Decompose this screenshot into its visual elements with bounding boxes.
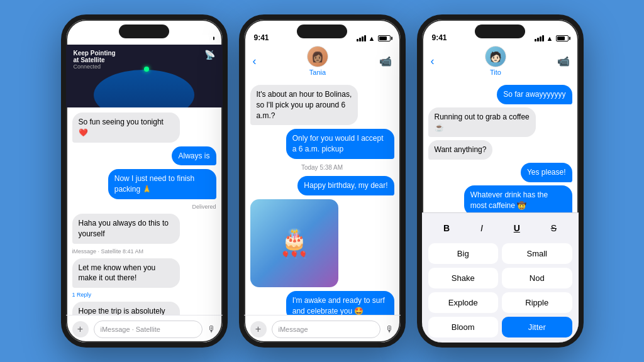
dynamic-island-2 (297, 25, 347, 38)
contact-name-2: Tania (309, 69, 326, 76)
input-placeholder-2: iMessage (279, 326, 308, 333)
input-placeholder-1: iMessage · Satellite (101, 326, 160, 333)
contact-info-3[interactable]: 🧑🏻 Tito (485, 46, 506, 76)
signal-icon-3 (535, 35, 544, 41)
wifi-icon-1: ▲ (191, 35, 197, 42)
message-input-1[interactable]: iMessage · Satellite (94, 321, 203, 338)
phone-birthday: 9:41 ▲ ‹ 👩🏽 Tania 📹 It's about an hour t… (239, 14, 406, 348)
msg-sent-tania-3: I'm awake and ready to surf and celebrat… (286, 291, 394, 315)
nav-bar-2: ‹ 👩🏽 Tania 📹 (244, 45, 401, 80)
satellite-dot (144, 67, 149, 72)
msg-sent-tito-3: Whatever drink has the most caffeine 🤠 (464, 185, 572, 212)
messages-1: So fun seeing you tonight ❤️ Always is N… (66, 107, 223, 315)
phone-effects: 9:41 ▲ ‹ 🧑🏻 Tito 📹 So far awayyyyyyy Run… (417, 14, 584, 348)
effect-nod[interactable]: Nod (502, 268, 572, 288)
msg-recv-tania-1: It's about an hour to Bolinas, so I'll p… (250, 85, 358, 125)
msg-received-1: So fun seeing you tonight ❤️ (72, 112, 180, 143)
earth-visual (94, 70, 194, 107)
msg-date-1: Today 5:38 AM (250, 164, 394, 171)
video-call-button-2[interactable]: 📹 (379, 55, 392, 67)
msg-sent-tania-1: Only for you would I accept a 6 a.m. pic… (286, 129, 394, 159)
video-call-button-3[interactable]: 📹 (557, 55, 570, 67)
effect-jitter[interactable]: Jitter (502, 317, 572, 337)
status-time-3: 9:41 (432, 33, 447, 42)
birthday-image: 🎂 🎈🎈🎈 (250, 199, 338, 287)
msg-received-3: Let me know when you make it out there! (72, 258, 180, 288)
reply-label[interactable]: 1 Reply (72, 292, 216, 298)
msg-sent-tito-1: So far awayyyyyyy (497, 85, 572, 104)
msg-received-4: Hope the trip is absolutely wonderful 🏔 (72, 302, 180, 315)
dynamic-island-3 (475, 25, 525, 38)
input-bar-2: + iMessage 🎙 (244, 315, 401, 343)
msg-sent-1: Always is (172, 146, 216, 166)
status-icons-2: ▲ (357, 35, 391, 42)
battery-icon-2 (378, 35, 391, 41)
status-time-2: 9:41 (254, 33, 269, 42)
status-icons-3: ▲ (535, 35, 569, 42)
messages-3: So far awayyyyyyy Running out to grab a … (422, 80, 579, 212)
effect-bloom[interactable]: Bloom (428, 317, 499, 337)
format-bar: B I U S (428, 218, 572, 238)
satellite-subtitle: at Satellite (74, 57, 116, 63)
msg-sent-2: Now I just need to finish packing 🙏 (108, 169, 216, 199)
effect-big[interactable]: Big (428, 243, 499, 264)
bold-button[interactable]: B (437, 221, 456, 236)
avatar-tito: 🧑🏻 (485, 46, 506, 67)
messages-2: It's about an hour to Bolinas, so I'll p… (244, 80, 401, 315)
satellite-header: Keep Pointing at Satellite Connected 📡 (66, 45, 223, 107)
msg-recv-tito-1: Running out to grab a coffee ☕ (428, 107, 536, 138)
underline-button[interactable]: U (508, 221, 526, 236)
back-button-3[interactable]: ‹ (431, 55, 435, 68)
add-button-2[interactable]: + (250, 321, 267, 337)
wifi-icon-3: ▲ (547, 35, 553, 42)
add-button-1[interactable]: + (72, 321, 89, 337)
msg-recv-tito-2: Want anything? (428, 140, 493, 160)
strikethrough-button[interactable]: S (545, 221, 563, 236)
effects-panel: B I U S Big Small Shake Nod Explode Ripp… (422, 212, 579, 343)
wifi-icon-2: ▲ (369, 35, 375, 42)
msg-meta-delivered-1: Delivered (72, 204, 216, 210)
mic-icon-2[interactable]: 🎙 (386, 324, 394, 334)
battery-icon-3 (556, 35, 569, 41)
effect-ripple[interactable]: Ripple (502, 292, 572, 313)
satellite-icon: 📡 (204, 50, 215, 60)
italic-button[interactable]: I (474, 221, 489, 236)
satellite-title: Keep Pointing (74, 50, 116, 57)
effect-small[interactable]: Small (502, 243, 572, 264)
nav-bar-3: ‹ 🧑🏻 Tito 📹 (422, 45, 579, 80)
phone-satellite: ▲ Keep Pointing at Satellite Connected 📡… (61, 14, 228, 348)
birthday-content: 🎂 🎈🎈🎈 (250, 199, 394, 287)
msg-received-2: Haha you always do this to yourself (72, 214, 180, 244)
signal-icon-2 (357, 35, 366, 41)
effect-explode[interactable]: Explode (428, 292, 499, 313)
effect-shake[interactable]: Shake (428, 268, 499, 288)
satellite-status: Connected (74, 63, 116, 70)
dynamic-island-1 (119, 25, 169, 38)
back-button-2[interactable]: ‹ (253, 55, 257, 68)
msg-sent-tito-2: Yes please! (521, 163, 572, 182)
avatar-tania: 👩🏽 (307, 46, 328, 67)
msg-sent-tania-2: Happy birthday, my dear! (297, 176, 394, 195)
status-icons-1: ▲ (179, 35, 213, 42)
mic-icon-1[interactable]: 🎙 (208, 324, 216, 334)
battery-icon-1 (200, 35, 213, 41)
signal-icon-1 (179, 35, 188, 41)
effects-grid: Big Small Shake Nod Explode Ripple Bloom… (428, 243, 572, 337)
contact-name-3: Tito (490, 69, 501, 76)
msg-meta-satellite: iMessage · Satellite 8:41 AM (72, 248, 216, 255)
contact-info-2[interactable]: 👩🏽 Tania (307, 46, 328, 76)
input-bar-1: + iMessage · Satellite 🎙 (66, 315, 223, 343)
message-input-2[interactable]: iMessage (272, 321, 380, 338)
